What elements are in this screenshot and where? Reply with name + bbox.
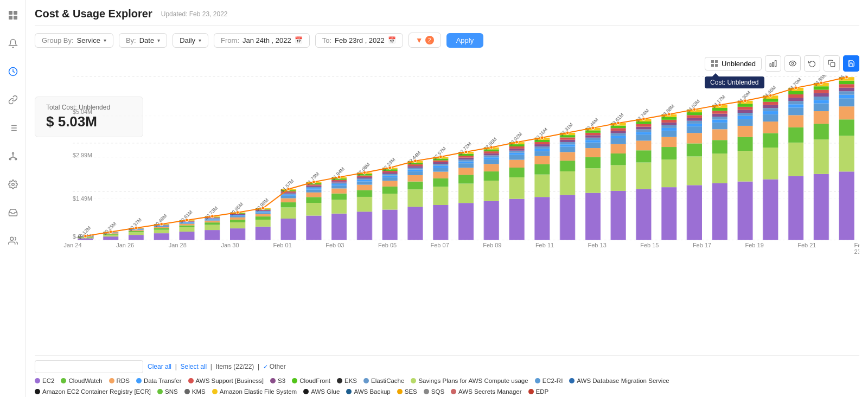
x-axis-label: Feb 11 <box>535 242 554 248</box>
filter-funnel-icon: ▼ <box>416 36 423 44</box>
unblended-control: Unblended Cost: Unblended <box>705 57 762 71</box>
legend-item[interactable]: SES <box>397 388 417 395</box>
select-all-link[interactable]: Select all <box>180 363 207 370</box>
gear-icon[interactable] <box>4 176 22 193</box>
legend-actions: Clear all | Select all | Items (22/22) |… <box>148 363 286 371</box>
group-by-chevron-icon: ▾ <box>104 37 106 43</box>
legend-item[interactable]: AWS Support [Business] <box>188 377 264 384</box>
granularity-value: Daily <box>180 36 195 44</box>
svg-point-11 <box>12 152 14 154</box>
x-axis-label: Jan 30 <box>221 242 239 248</box>
by-date-button[interactable]: By: Date ▾ <box>119 33 167 48</box>
group-by-button[interactable]: Group By: Service ▾ <box>35 33 113 48</box>
other-checkbox[interactable]: ✓ Other <box>263 363 286 370</box>
main-content: Cost & Usage Explorer Updated: Feb 23, 2… <box>26 0 868 397</box>
toolbar: Group By: Service ▾ By: Date ▾ Daily ▾ F… <box>35 26 859 52</box>
header: Cost & Usage Explorer Updated: Feb 23, 2… <box>35 0 859 26</box>
to-calendar-icon: 📅 <box>388 36 396 44</box>
from-date-button[interactable]: From: Jan 24th , 2022 📅 <box>214 33 310 48</box>
svg-rect-27 <box>831 62 835 67</box>
bar-chart: $-0.01M $1.49M $2.99M $5.04M Jan 24Jan 2… <box>35 75 859 355</box>
x-axis-label: Jan 24 <box>63 242 81 248</box>
from-label: From: <box>221 36 239 44</box>
legend-item[interactable]: EC2 <box>35 377 54 384</box>
legend-item[interactable]: SNS <box>157 388 178 395</box>
x-axis-label: Feb 19 <box>745 242 764 248</box>
clock-icon[interactable] <box>4 63 22 80</box>
x-axis-label: Feb 23 <box>854 242 859 255</box>
legend-item[interactable]: SQS <box>424 388 444 395</box>
legend-search-input[interactable] <box>35 360 143 373</box>
copy-icon <box>828 60 835 67</box>
eye-icon <box>789 60 796 67</box>
inbox-icon[interactable] <box>4 204 22 221</box>
to-date-value: Feb 23rd , 2022 <box>335 36 385 44</box>
unblended-label: Unblended <box>722 60 756 68</box>
legend-item[interactable]: Savings Plans for AWS Compute usage <box>411 377 528 384</box>
legend-item[interactable]: S3 <box>270 377 285 384</box>
legend-item[interactable]: RDS <box>109 377 130 384</box>
to-date-button[interactable]: To: Feb 23rd , 2022 📅 <box>315 33 403 48</box>
svg-rect-21 <box>711 64 714 67</box>
legend-item[interactable]: EKS <box>337 377 357 384</box>
by-value: Date <box>139 36 154 44</box>
x-axis-label: Feb 05 <box>378 242 397 248</box>
x-axis-label: Feb 21 <box>797 242 816 248</box>
apply-button[interactable]: Apply <box>446 33 484 48</box>
legend-item[interactable]: Amazon Elastic File System <box>212 388 297 395</box>
legend-item[interactable]: EDP <box>528 388 549 395</box>
bar-chart-icon-button[interactable] <box>765 55 781 72</box>
eye-icon-button[interactable] <box>784 55 801 72</box>
legend-item[interactable]: CloudFront <box>292 377 330 384</box>
copy-icon-button[interactable] <box>824 55 840 72</box>
legend-item[interactable]: Data Transfer <box>136 377 182 384</box>
svg-rect-2 <box>9 16 12 20</box>
grid-icon[interactable] <box>4 7 22 24</box>
to-label: To: <box>322 36 331 44</box>
bell-icon[interactable] <box>4 35 22 52</box>
legend-item[interactable]: KMS <box>184 388 206 395</box>
granularity-button[interactable]: Daily ▾ <box>173 33 208 48</box>
x-axis-label: Jan 26 <box>116 242 134 248</box>
legend-item[interactable]: AWS Backup <box>346 388 390 395</box>
org-icon[interactable] <box>4 148 22 165</box>
legend-item[interactable]: Amazon EC2 Container Registry [ECR] <box>35 388 151 395</box>
legend-item[interactable]: EC2-RI <box>535 377 563 384</box>
x-axis-label: Feb 03 <box>326 242 344 248</box>
from-date-value: Jan 24th , 2022 <box>242 36 291 44</box>
legend-item[interactable]: AWS Database Migration Service <box>569 377 669 384</box>
legend-item[interactable]: CloudWatch <box>61 377 102 384</box>
filter-count-badge: 2 <box>425 36 434 44</box>
legend-item[interactable]: AWS Secrets Manager <box>451 388 522 395</box>
svg-rect-23 <box>775 61 776 67</box>
granularity-chevron-icon: ▾ <box>199 37 201 43</box>
svg-rect-3 <box>14 16 17 20</box>
group-by-value: Service <box>77 36 100 44</box>
chart-actions-row: Unblended Cost: Unblended <box>35 52 859 75</box>
save-icon-button[interactable] <box>843 55 859 72</box>
svg-rect-20 <box>715 60 718 63</box>
unblended-button[interactable]: Unblended <box>705 57 762 71</box>
clear-all-link[interactable]: Clear all <box>148 363 171 370</box>
svg-point-13 <box>15 158 16 160</box>
save-icon <box>847 60 855 67</box>
svg-rect-22 <box>715 64 718 67</box>
bar-chart-icon <box>769 60 777 67</box>
chart-and-cost: Total Cost: Unblended $ 5.03M $-0.01M $1… <box>35 75 859 355</box>
legend-item[interactable]: AWS Glue <box>303 388 340 395</box>
search-wrap: 🔍 <box>35 360 143 373</box>
svg-rect-19 <box>711 60 714 63</box>
users-icon[interactable] <box>4 232 22 249</box>
x-axis-label: Feb 17 <box>693 242 711 248</box>
x-axis-label: Feb 01 <box>273 242 292 248</box>
svg-point-18 <box>10 237 13 240</box>
by-label: By: <box>126 36 136 44</box>
history-icon <box>808 60 816 67</box>
list-icon[interactable] <box>4 119 22 137</box>
link-icon[interactable] <box>4 91 22 108</box>
filter-button[interactable]: ▼ 2 <box>409 33 441 48</box>
svg-point-12 <box>9 158 11 160</box>
svg-line-15 <box>10 157 12 158</box>
history-icon-button[interactable] <box>804 55 820 72</box>
legend-item[interactable]: ElastiCache <box>363 377 404 384</box>
